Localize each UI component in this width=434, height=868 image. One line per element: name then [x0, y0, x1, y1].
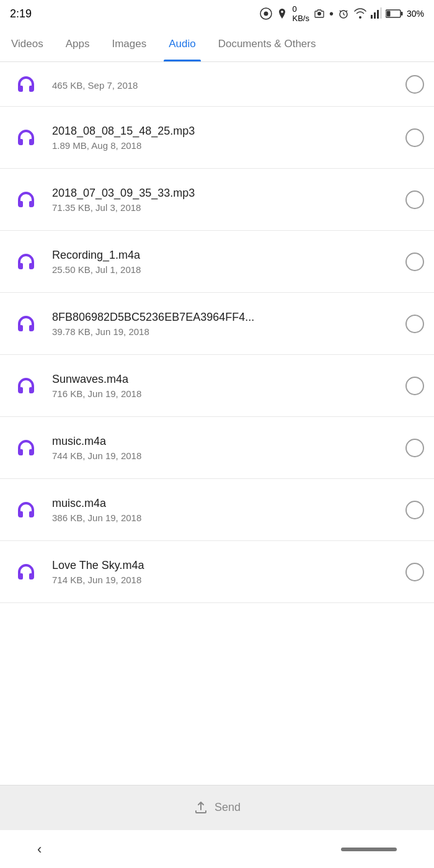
file-list: 465 KB, Sep 7, 2018 2018_08_08_15_48_25.… [0, 62, 434, 785]
file-meta: 744 KB, Jun 19, 2018 [52, 450, 396, 461]
status-time: 2:19 [10, 7, 32, 20]
maps-icon [276, 7, 288, 20]
tab-apps[interactable]: Apps [55, 27, 101, 61]
file-info: Recording_1.m4a 25.50 KB, Jul 1, 2018 [42, 249, 405, 275]
svg-rect-7 [380, 7, 382, 19]
file-meta: 1.89 MB, Aug 8, 2018 [52, 140, 396, 151]
file-select-checkbox[interactable] [405, 75, 424, 94]
file-name: Recording_1.m4a [52, 249, 396, 262]
file-name: Sunwaves.m4a [52, 373, 396, 386]
navigation-bar: ‹ [0, 830, 434, 868]
file-select-checkbox[interactable] [405, 439, 424, 457]
list-item[interactable]: muisc.m4a 386 KB, Jun 19, 2018 [0, 479, 434, 541]
audio-file-icon [10, 68, 42, 101]
file-select-checkbox[interactable] [405, 563, 424, 581]
file-select-checkbox[interactable] [405, 377, 424, 395]
file-meta: 39.78 KB, Jun 19, 2018 [52, 326, 396, 337]
camera-icon [313, 7, 326, 20]
data-speed: 0KB/s [292, 4, 309, 23]
audio-file-icon [10, 370, 42, 402]
list-item[interactable]: 2018_07_03_09_35_33.mp3 71.35 KB, Jul 3,… [0, 169, 434, 231]
svg-rect-6 [377, 10, 379, 19]
tab-videos[interactable]: Videos [0, 27, 55, 61]
list-item[interactable]: Recording_1.m4a 25.50 KB, Jul 1, 2018 [0, 231, 434, 293]
file-meta: 71.35 KB, Jul 3, 2018 [52, 202, 396, 213]
file-info: muisc.m4a 386 KB, Jun 19, 2018 [42, 497, 405, 523]
send-label: Send [215, 801, 241, 814]
list-item[interactable]: Love The Sky.m4a 714 KB, Jun 19, 2018 [0, 541, 434, 603]
file-meta: 386 KB, Jun 19, 2018 [52, 512, 396, 523]
alarm-icon [337, 7, 350, 20]
tab-bar: Videos Apps Images Audio Documents & Oth… [0, 27, 434, 62]
file-name: 2018_07_03_09_35_33.mp3 [52, 187, 396, 200]
tab-audio[interactable]: Audio [157, 27, 206, 61]
svg-rect-9 [386, 11, 390, 17]
file-info: Love The Sky.m4a 714 KB, Jun 19, 2018 [42, 559, 405, 585]
send-bar: Send [0, 785, 434, 830]
audio-file-icon [10, 184, 42, 216]
file-name: 8FB806982D5BC5236EB7EA3964FF4... [52, 311, 396, 324]
battery-icon [386, 9, 403, 19]
battery-percent: 30% [407, 9, 424, 19]
svg-point-1 [264, 12, 268, 16]
file-info: Sunwaves.m4a 716 KB, Jun 19, 2018 [42, 373, 405, 399]
home-indicator[interactable] [341, 848, 397, 851]
file-info: 465 KB, Sep 7, 2018 [42, 78, 405, 91]
audio-file-icon [10, 494, 42, 526]
chrome-icon [260, 7, 272, 20]
file-select-checkbox[interactable] [405, 128, 424, 147]
list-item[interactable]: 2018_08_08_15_48_25.mp3 1.89 MB, Aug 8, … [0, 107, 434, 169]
wifi-icon [353, 7, 367, 20]
audio-file-icon [10, 556, 42, 588]
svg-rect-4 [371, 15, 373, 19]
file-name: Love The Sky.m4a [52, 559, 396, 572]
status-bar: 2:19 0KB/s • [0, 0, 434, 27]
svg-point-2 [317, 12, 321, 16]
file-select-checkbox[interactable] [405, 190, 424, 209]
file-select-checkbox[interactable] [405, 315, 424, 333]
file-select-checkbox[interactable] [405, 501, 424, 519]
tab-images[interactable]: Images [100, 27, 157, 61]
svg-rect-10 [401, 12, 402, 16]
upload-icon [193, 800, 208, 815]
file-meta: 716 KB, Jun 19, 2018 [52, 388, 396, 399]
tab-documents[interactable]: Documents & Others [207, 27, 327, 61]
file-info: 2018_07_03_09_35_33.mp3 71.35 KB, Jul 3,… [42, 187, 405, 213]
send-button[interactable]: Send [193, 800, 241, 815]
audio-file-icon [10, 122, 42, 154]
list-item[interactable]: music.m4a 744 KB, Jun 19, 2018 [0, 417, 434, 479]
back-button[interactable]: ‹ [37, 841, 42, 857]
audio-file-icon [10, 432, 42, 464]
svg-rect-5 [374, 12, 376, 19]
file-info: music.m4a 744 KB, Jun 19, 2018 [42, 435, 405, 461]
list-item[interactable]: 8FB806982D5BC5236EB7EA3964FF4... 39.78 K… [0, 293, 434, 355]
file-meta: 714 KB, Jun 19, 2018 [52, 575, 396, 585]
list-item[interactable]: 465 KB, Sep 7, 2018 [0, 62, 434, 107]
file-meta: 25.50 KB, Jul 1, 2018 [52, 264, 396, 275]
file-info: 2018_08_08_15_48_25.mp3 1.89 MB, Aug 8, … [42, 125, 405, 151]
file-meta: 465 KB, Sep 7, 2018 [52, 80, 396, 91]
file-select-checkbox[interactable] [405, 253, 424, 271]
signal-icon [371, 7, 382, 20]
file-name: muisc.m4a [52, 497, 396, 510]
file-name: 2018_08_08_15_48_25.mp3 [52, 125, 396, 138]
audio-file-icon [10, 246, 42, 278]
file-name: music.m4a [52, 435, 396, 448]
audio-file-icon [10, 308, 42, 340]
dot-indicator: • [329, 7, 334, 21]
status-icons: 0KB/s • [260, 4, 424, 23]
file-info: 8FB806982D5BC5236EB7EA3964FF4... 39.78 K… [42, 311, 405, 337]
list-item[interactable]: Sunwaves.m4a 716 KB, Jun 19, 2018 [0, 355, 434, 417]
